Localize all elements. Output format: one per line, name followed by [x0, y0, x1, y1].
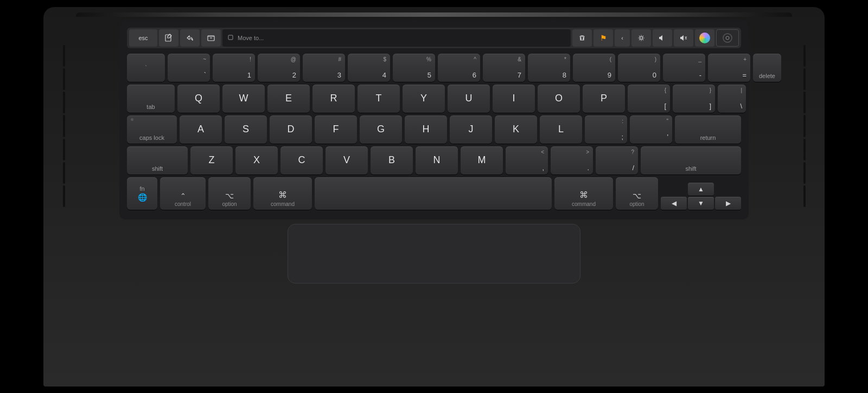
fn-label: fn: [139, 185, 144, 192]
key-n[interactable]: N: [416, 146, 458, 175]
key-f[interactable]: F: [315, 115, 357, 144]
control-arrow: ⌃: [180, 192, 186, 200]
siri-icon: [699, 33, 710, 43]
key-esc[interactable]: `: [127, 54, 165, 82]
tb-touch-id-key[interactable]: [716, 29, 739, 47]
number-row: ` ~` !1 @2 #3 $4 %5 ^6 &7 *8 (9 )0 _- +=…: [127, 54, 741, 82]
tb-trash-key[interactable]: [572, 29, 592, 47]
keyboard: esc Move to... ⚑ ‹: [119, 20, 749, 220]
key-option-left[interactable]: ⌥ option: [208, 177, 251, 210]
key-3[interactable]: #3: [303, 54, 345, 82]
command-left-symbol: ⌘: [278, 190, 287, 200]
key-arrow-up[interactable]: ▲: [688, 183, 714, 196]
key-command-left[interactable]: ⌘ command: [253, 177, 312, 210]
key-shift-right[interactable]: shift: [641, 146, 741, 175]
tb-archive-key[interactable]: [201, 29, 221, 47]
key-i[interactable]: I: [493, 85, 535, 113]
tb-mute-key[interactable]: [674, 29, 693, 47]
key-5[interactable]: %5: [393, 54, 435, 82]
key-h[interactable]: H: [405, 115, 447, 144]
key-9[interactable]: (9: [573, 54, 615, 82]
key-m[interactable]: M: [461, 146, 503, 175]
key-shift-left[interactable]: shift: [127, 146, 188, 175]
svg-rect-2: [228, 35, 233, 40]
tb-reply-key[interactable]: [180, 29, 200, 47]
key-l[interactable]: L: [540, 115, 582, 144]
key-minus[interactable]: _-: [663, 54, 705, 82]
key-7[interactable]: &7: [483, 54, 525, 82]
globe-icon: 🌐: [138, 193, 147, 202]
key-0[interactable]: )0: [618, 54, 660, 82]
key-o[interactable]: O: [538, 85, 580, 113]
key-2[interactable]: @2: [258, 54, 300, 82]
key-control[interactable]: ⌃ control: [160, 177, 206, 210]
key-b[interactable]: B: [371, 146, 413, 175]
key-backtick[interactable]: ~`: [168, 54, 210, 82]
option-right-label: option: [629, 201, 644, 207]
tb-esc-key[interactable]: esc: [129, 29, 157, 47]
key-return[interactable]: return: [675, 115, 741, 144]
key-command-right[interactable]: ⌘ command: [554, 177, 613, 210]
tb-prev-key[interactable]: ‹: [615, 29, 630, 47]
key-v[interactable]: V: [326, 146, 368, 175]
key-q[interactable]: Q: [177, 85, 220, 113]
key-equals[interactable]: +=: [708, 54, 750, 82]
trackpad[interactable]: [288, 224, 580, 284]
key-capslock[interactable]: caps lock: [127, 115, 177, 144]
tb-compose-key[interactable]: [159, 29, 178, 47]
key-c[interactable]: C: [280, 146, 323, 175]
arrow-spacer: [661, 183, 687, 196]
key-backslash[interactable]: |\: [718, 85, 746, 113]
key-x[interactable]: X: [235, 146, 278, 175]
key-arrow-right[interactable]: ▶: [715, 197, 741, 210]
key-e[interactable]: E: [267, 85, 310, 113]
key-period[interactable]: >.: [551, 146, 593, 175]
key-semicolon[interactable]: :;: [585, 115, 627, 144]
key-w[interactable]: W: [222, 85, 265, 113]
key-p[interactable]: P: [583, 85, 625, 113]
key-8[interactable]: *8: [528, 54, 570, 82]
key-fn[interactable]: fn 🌐: [127, 177, 157, 210]
key-4[interactable]: $4: [348, 54, 390, 82]
tb-flag-key[interactable]: ⚑: [593, 29, 613, 47]
control-label: control: [175, 201, 191, 207]
tb-siri-key[interactable]: [695, 29, 714, 47]
key-bracket-close[interactable]: }]: [673, 85, 715, 113]
key-j[interactable]: J: [450, 115, 492, 144]
key-s[interactable]: S: [225, 115, 267, 144]
key-r[interactable]: R: [312, 85, 355, 113]
qwerty-row: tab Q W E R T Y U I O P {[ }] |\: [127, 85, 741, 113]
laptop-top-edge: [76, 12, 792, 17]
arrow-spacer2: [715, 183, 741, 196]
tb-brightness-key[interactable]: [631, 29, 651, 47]
asdf-row: caps lock A S D F G H J K L :; "' return: [127, 115, 741, 144]
key-slash[interactable]: ?/: [596, 146, 638, 175]
key-tab[interactable]: tab: [127, 85, 175, 113]
key-z[interactable]: Z: [190, 146, 233, 175]
key-6[interactable]: ^6: [438, 54, 480, 82]
key-y[interactable]: Y: [403, 85, 445, 113]
key-bracket-open[interactable]: {[: [628, 85, 670, 113]
key-comma[interactable]: <,: [506, 146, 548, 175]
key-quote[interactable]: "': [630, 115, 672, 144]
touch-bar: esc Move to... ⚑ ‹: [127, 28, 741, 48]
key-option-right[interactable]: ⌥ option: [616, 177, 658, 210]
speaker-right: [795, 45, 814, 208]
tb-search-key[interactable]: Move to...: [222, 29, 571, 47]
key-u[interactable]: U: [448, 85, 490, 113]
command-left-label: command: [271, 201, 295, 207]
key-arrow-left[interactable]: ◀: [661, 197, 687, 210]
key-a[interactable]: A: [180, 115, 222, 144]
option-left-symbol: ⌥: [225, 191, 234, 200]
key-space[interactable]: [315, 177, 552, 210]
tb-volume-down-key[interactable]: [653, 29, 672, 47]
key-g[interactable]: G: [360, 115, 402, 144]
key-d[interactable]: D: [270, 115, 312, 144]
key-delete[interactable]: delete: [753, 54, 781, 82]
key-k[interactable]: K: [495, 115, 537, 144]
key-arrow-down[interactable]: ▼: [688, 197, 714, 210]
key-t[interactable]: T: [358, 85, 400, 113]
option-left-label: option: [222, 201, 237, 207]
key-1[interactable]: !1: [213, 54, 255, 82]
option-right-symbol: ⌥: [633, 191, 641, 200]
